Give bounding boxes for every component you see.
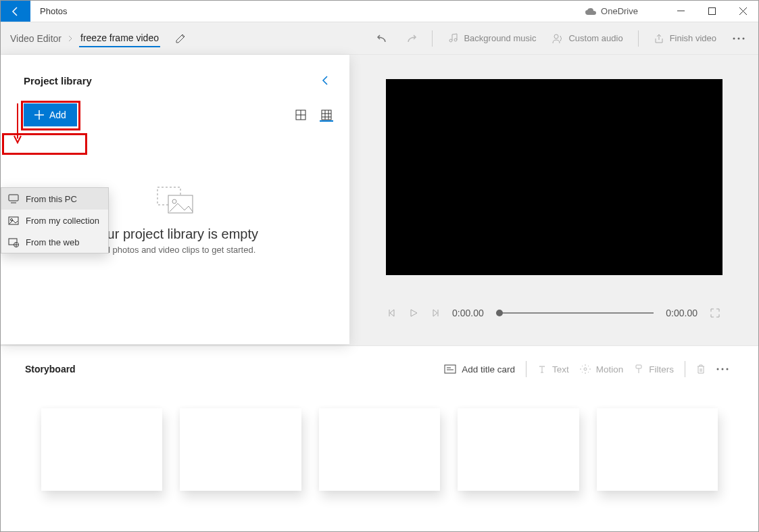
custom-audio-button[interactable]: Custom audio [545,29,629,48]
text-button: Text [532,362,574,377]
seek-bar[interactable] [496,312,654,314]
fullscreen-button[interactable] [710,308,720,318]
add-title-card-button[interactable]: Add title card [439,362,520,377]
minimize-button[interactable] [665,1,696,22]
filters-button: Filters [629,362,679,377]
trash-icon [696,364,706,374]
undo-button[interactable] [370,28,395,49]
app-title: Photos [30,1,76,22]
storyboard-more-button[interactable] [711,365,734,373]
title-card-icon [444,364,456,374]
storyboard-slot[interactable] [180,408,301,491]
more-icon [716,368,729,370]
next-frame-button[interactable] [431,308,440,318]
svg-rect-1 [708,8,715,15]
skip-back-icon [387,308,397,318]
dropdown-from-the-web[interactable]: From the web [1,231,108,253]
add-source-dropdown: From this PC From my collection From the… [1,187,109,253]
redo-icon [405,32,417,45]
grid-small-icon [321,110,332,120]
storyboard-slot[interactable] [41,408,162,491]
undo-icon [376,32,389,45]
more-button[interactable] [726,33,752,44]
previous-frame-button[interactable] [387,308,397,318]
storyboard-clips [1,383,758,491]
delete-button [691,361,711,377]
background-music-button[interactable]: Background music [441,29,543,48]
add-button[interactable]: Add [24,103,77,126]
text-icon [537,364,547,374]
maximize-icon [708,7,716,15]
collection-icon [8,215,19,226]
dropdown-from-this-pc[interactable]: From this PC [1,188,108,210]
cloud-icon [585,7,597,16]
svg-point-4 [554,34,558,39]
export-icon [654,33,664,44]
breadcrumb-project[interactable]: freeze frame video [79,30,160,47]
time-total: 0:00.00 [666,308,697,318]
onedrive-status[interactable]: OneDrive [585,1,638,22]
person-audio-icon [552,33,563,44]
chevron-left-icon [321,75,329,86]
arrow-left-icon [10,6,21,17]
play-button[interactable] [409,308,418,318]
time-current: 0:00.00 [452,308,484,318]
title-bar: Photos OneDrive [1,1,758,22]
toolbar: Video Editor freeze frame video Backgrou… [1,22,758,55]
svg-point-30 [584,368,587,370]
svg-rect-19 [168,195,193,213]
pc-icon [8,193,19,204]
library-title: Project library [24,75,92,87]
preview-panel: 0:00.00 0:00.00 [349,55,758,345]
large-grid-view-button[interactable] [294,108,308,122]
storyboard-title: Storyboard [25,364,76,374]
collapse-library-button[interactable] [316,72,335,89]
svg-rect-21 [9,195,18,201]
svg-rect-31 [636,365,641,368]
storyboard-slot[interactable] [458,408,579,491]
player-controls: 0:00.00 0:00.00 [385,308,723,318]
music-icon [447,33,458,44]
svg-point-35 [727,368,729,370]
plus-icon [34,110,44,120]
dropdown-from-my-collection[interactable]: From my collection [1,210,108,231]
motion-button: Motion [574,362,629,377]
project-library-panel: Project library Add Your pr [1,55,349,344]
svg-point-5 [733,37,735,39]
empty-media-icon [156,186,194,214]
svg-point-24 [11,219,13,221]
svg-point-33 [717,368,719,370]
maximize-button[interactable] [696,1,727,22]
more-icon [733,37,745,40]
grid-large-icon [295,110,306,120]
svg-point-34 [722,368,724,370]
storyboard-panel: Storyboard Add title card Text Motion Fi… [1,345,758,532]
redo-button[interactable] [398,28,424,49]
edit-name-button[interactable] [175,33,186,44]
minimize-icon [677,7,685,15]
close-button[interactable] [727,1,758,22]
svg-rect-13 [322,110,331,120]
chevron-right-icon [67,35,74,42]
motion-icon [580,364,591,374]
svg-point-6 [738,37,740,39]
storyboard-slot[interactable] [319,408,440,491]
breadcrumb-root[interactable]: Video Editor [7,29,64,48]
play-icon [409,308,418,318]
fullscreen-icon [710,308,720,318]
storyboard-slot[interactable] [597,408,718,491]
pencil-icon [175,33,186,44]
svg-rect-27 [445,365,456,373]
small-grid-view-button[interactable] [320,108,333,122]
skip-forward-icon [431,308,440,318]
close-icon [739,7,747,15]
finish-video-button[interactable]: Finish video [647,29,723,48]
filters-icon [634,364,643,374]
svg-point-7 [743,37,745,39]
web-icon [8,237,19,247]
video-preview[interactable] [386,79,723,275]
back-button[interactable] [1,1,30,22]
